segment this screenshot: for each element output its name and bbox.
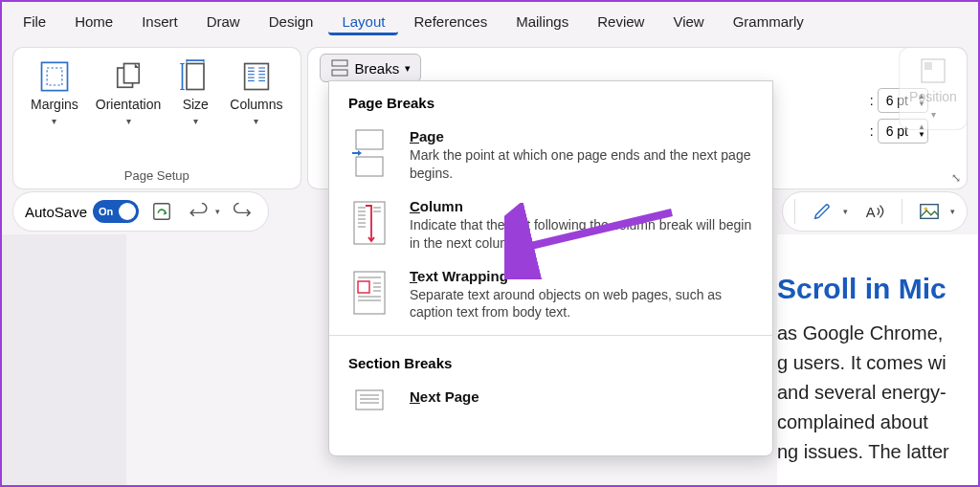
text-wrapping-title: Text Wrapping — [410, 268, 753, 284]
tab-mailings[interactable]: Mailings — [502, 8, 582, 35]
chevron-down-icon: ▾ — [254, 116, 258, 126]
tab-review[interactable]: Review — [584, 8, 657, 35]
section-breaks-header: Section Breaks — [329, 342, 772, 381]
size-button[interactable]: Size ▾ — [172, 55, 218, 166]
svg-rect-22 — [332, 60, 347, 66]
page-break-icon — [348, 128, 390, 178]
autosave-toggle[interactable]: On — [93, 200, 139, 223]
page-breaks-header: Page Breaks — [329, 81, 772, 121]
page-setup-group: Margins ▾ Orientation ▾ Size ▾ Columns ▾… — [13, 48, 301, 188]
break-option-column[interactable]: Column Indicate that the text following … — [329, 190, 772, 260]
tab-insert[interactable]: Insert — [128, 8, 191, 35]
read-aloud-icon: A — [864, 201, 885, 222]
page-break-desc: Mark the point at which one page ends an… — [410, 146, 753, 183]
breaks-button[interactable]: Breaks ▾ — [320, 54, 422, 82]
read-aloud-button[interactable]: A — [861, 198, 888, 225]
svg-rect-23 — [332, 70, 347, 76]
editor-dropdown[interactable]: ▾ — [843, 207, 848, 216]
document-body: as Google Chrome, g users. It comes wi a… — [777, 319, 978, 467]
text-wrapping-desc: Separate text around objects on web page… — [410, 286, 753, 322]
tab-references[interactable]: References — [400, 8, 501, 35]
chevron-down-icon: ▾ — [931, 109, 936, 120]
save-button[interactable] — [148, 198, 175, 225]
tab-layout[interactable]: Layout — [328, 8, 398, 35]
break-option-text-wrapping[interactable]: Text Wrapping Separate text around objec… — [329, 260, 772, 330]
margins-icon — [37, 59, 72, 94]
svg-rect-30 — [356, 130, 383, 149]
pen-icon — [812, 201, 833, 222]
next-page-title: Next Page — [410, 388, 753, 405]
size-icon — [178, 59, 212, 94]
picture-button[interactable] — [916, 198, 943, 225]
autosave-state: On — [99, 206, 113, 217]
svg-rect-25 — [924, 62, 932, 70]
text-wrapping-icon — [348, 268, 390, 318]
chevron-down-icon: ▾ — [405, 62, 411, 75]
navigation-pane[interactable] — [2, 234, 126, 485]
undo-button[interactable] — [185, 198, 212, 225]
picture-dropdown[interactable]: ▾ — [950, 207, 955, 216]
break-option-page[interactable]: Page Mark the point at which one page en… — [329, 121, 772, 190]
breaks-dropdown: Page Breaks Page Mark the point at which… — [328, 80, 773, 456]
undo-dropdown[interactable]: ▾ — [215, 207, 220, 216]
dialog-launcher-icon[interactable]: ⤡ — [951, 171, 961, 185]
svg-rect-49 — [356, 390, 383, 410]
tab-design[interactable]: Design — [256, 8, 327, 35]
break-option-next-page[interactable]: Next Page — [329, 381, 772, 446]
svg-rect-1 — [47, 68, 62, 85]
svg-rect-31 — [356, 157, 383, 176]
tab-draw[interactable]: Draw — [193, 8, 254, 35]
orientation-icon — [111, 59, 145, 94]
menu-bar: File Home Insert Draw Design Layout Refe… — [2, 2, 978, 40]
position-icon — [918, 55, 948, 86]
tab-file[interactable]: File — [10, 8, 59, 35]
tab-grammarly[interactable]: Grammarly — [720, 8, 817, 35]
arrange-group: Position ▾ — [900, 48, 967, 129]
chevron-down-icon: ▾ — [126, 116, 131, 126]
breaks-label: Breaks — [355, 60, 400, 77]
save-sync-icon — [151, 201, 172, 222]
columns-label: Columns — [230, 98, 282, 112]
page-break-title: Page — [410, 128, 753, 144]
orientation-label: Orientation — [96, 98, 161, 112]
columns-button[interactable]: Columns ▾ — [224, 55, 288, 166]
chevron-down-icon: ▾ — [193, 116, 198, 126]
margins-label: Margins — [31, 98, 78, 112]
margins-button[interactable]: Margins ▾ — [25, 55, 84, 166]
column-break-icon — [348, 198, 390, 248]
editor-button[interactable] — [809, 198, 835, 225]
picture-icon — [919, 201, 940, 222]
columns-icon — [239, 59, 274, 94]
undo-icon — [188, 201, 209, 222]
tab-view[interactable]: View — [659, 8, 717, 35]
orientation-button[interactable]: Orientation ▾ — [90, 55, 167, 166]
svg-rect-4 — [187, 64, 204, 90]
page-setup-group-label: Page Setup — [25, 166, 289, 185]
svg-text:A: A — [866, 205, 876, 220]
tab-home[interactable]: Home — [61, 8, 126, 35]
size-label: Size — [183, 98, 209, 112]
autosave-label: AutoSave — [25, 204, 87, 220]
svg-rect-0 — [41, 62, 67, 90]
breaks-icon — [330, 58, 349, 77]
document-heading: Scroll in Mic — [777, 273, 978, 305]
column-break-title: Column — [410, 198, 753, 214]
next-page-break-icon — [348, 388, 390, 438]
document-page[interactable]: Scroll in Mic as Google Chrome, g users.… — [777, 234, 978, 485]
chevron-down-icon: ▾ — [52, 116, 56, 126]
column-break-desc: Indicate that the text following the col… — [410, 216, 753, 253]
redo-icon — [233, 201, 254, 222]
position-label: Position — [907, 90, 959, 104]
svg-rect-26 — [154, 204, 170, 220]
redo-button[interactable] — [230, 198, 256, 225]
